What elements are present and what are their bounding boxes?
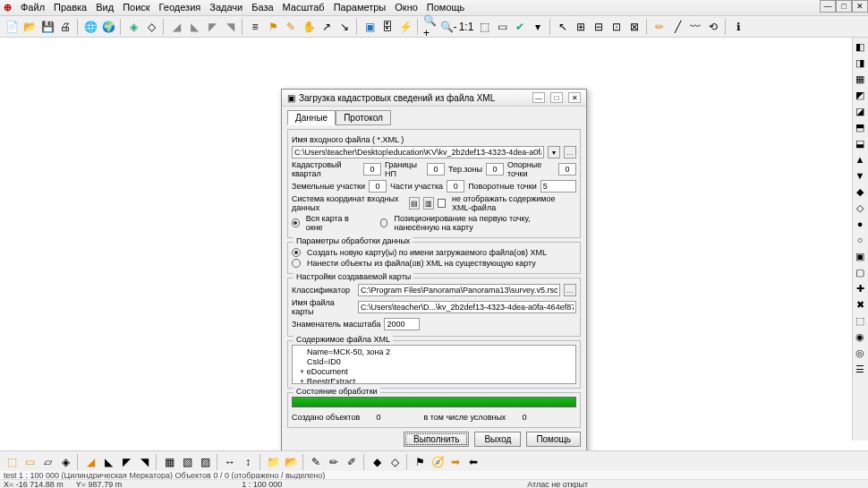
select-icon[interactable]: ⬚ [476,19,492,35]
bt8-icon[interactable]: ◥ [136,454,152,470]
min-btn[interactable]: — [820,0,836,13]
bt12-icon[interactable]: ↔ [222,454,238,470]
list-icon[interactable]: ≡ [247,19,263,35]
f5-v[interactable] [369,180,387,193]
menu-search[interactable]: Поиск [123,2,149,13]
bt1-icon[interactable]: ⬚ [4,454,20,470]
pencil-icon[interactable]: ✏ [651,19,668,35]
rt12-icon[interactable]: ● [853,217,867,231]
tool1-icon[interactable]: ◢ [168,19,184,35]
save-icon[interactable]: 💾 [39,19,55,35]
tree-item[interactable]: Name=МСК-50, зона 2 [296,347,572,357]
rt20-icon[interactable]: ◎ [853,346,867,360]
bt14-icon[interactable]: 📁 [265,454,281,470]
input-dropdown[interactable]: ▾ [548,146,560,158]
flag-icon[interactable]: ⚑ [265,19,281,35]
rot-icon[interactable]: ⟲ [705,19,721,35]
run-button[interactable]: Выполнить [404,432,469,447]
bt4-icon[interactable]: ◈ [57,454,73,470]
pen-icon[interactable]: ✎ [283,19,299,35]
bt6-icon[interactable]: ◣ [100,454,116,470]
globe2-icon[interactable]: 🌍 [100,19,116,35]
rt17-icon[interactable]: ✖ [853,297,867,312]
rt8-icon[interactable]: ▲ [853,152,867,167]
bt24-icon[interactable]: ⬅ [465,454,481,470]
rt19-icon[interactable]: ◉ [853,330,867,344]
rt7-icon[interactable]: ⬓ [853,136,867,150]
menu-tasks[interactable]: Задачи [209,2,243,13]
bt3-icon[interactable]: ▱ [39,454,55,470]
rt3-icon[interactable]: ▦ [853,72,867,86]
bt10-icon[interactable]: ▧ [179,454,195,470]
bt18-icon[interactable]: ✐ [344,454,360,470]
3d-icon[interactable]: ▣ [362,19,378,35]
rt18-icon[interactable]: ⬚ [853,313,867,328]
tree-item[interactable]: + ReestrExtract [296,377,572,384]
rt1-icon[interactable]: ◧ [853,39,867,54]
f6-v[interactable] [447,180,464,193]
tool2-icon[interactable]: ◣ [186,19,202,35]
f4-v[interactable] [558,163,576,176]
dd-icon[interactable]: ▾ [530,19,546,35]
scale-v[interactable] [384,318,420,330]
zoomin-icon[interactable]: 🔍+ [422,19,438,35]
exit-button[interactable]: Выход [474,432,521,447]
r-firstpoint[interactable] [380,218,388,227]
cls-browse[interactable]: … [564,284,576,296]
rt21-icon[interactable]: ☰ [853,362,867,376]
menu-scale[interactable]: Масштаб [283,2,325,13]
close-btn[interactable]: ✕ [852,0,868,13]
wd-icon[interactable]: ⊠ [626,19,642,35]
rt10-icon[interactable]: ◆ [853,184,867,199]
bt5-icon[interactable]: ◢ [82,454,98,470]
bt16-icon[interactable]: ✎ [308,454,324,470]
max-btn[interactable]: □ [836,0,852,13]
zoom11-icon[interactable]: 1:1 [458,19,474,35]
bt22-icon[interactable]: 🧭 [430,454,446,470]
layers-icon[interactable]: ◈ [125,19,141,35]
dialog-max[interactable]: □ [550,92,563,103]
tab-protocol[interactable]: Протокол [336,110,391,125]
f7-v[interactable] [540,180,576,193]
bt20-icon[interactable]: ◇ [387,454,403,470]
bt2-icon[interactable]: ▭ [21,454,38,470]
rect-icon[interactable]: ▭ [494,19,510,35]
layers2-icon[interactable]: ◇ [143,19,159,35]
rt4-icon[interactable]: ◩ [853,88,867,102]
bt19-icon[interactable]: ◆ [369,454,385,470]
input-browse[interactable]: … [564,146,576,158]
bt11-icon[interactable]: ▨ [197,454,213,470]
rt11-icon[interactable]: ◇ [853,201,867,215]
rt16-icon[interactable]: ✚ [853,281,867,295]
pr1[interactable] [292,248,301,257]
hand-icon[interactable]: ✋ [301,19,317,35]
menu-window[interactable]: Окно [395,2,418,13]
tab-data[interactable]: Данные [287,110,336,125]
arrow2-icon[interactable]: ↘ [336,19,353,35]
check-icon[interactable]: ✔ [512,19,528,35]
wa-icon[interactable]: ⊞ [573,19,589,35]
zoomout-icon[interactable]: 🔍- [440,19,456,35]
open-icon[interactable]: 📂 [21,19,38,35]
rt13-icon[interactable]: ○ [853,233,867,247]
bt13-icon[interactable]: ↕ [240,454,256,470]
menu-params[interactable]: Параметры [334,2,387,13]
menu-base[interactable]: База [251,2,273,13]
dialog-min[interactable]: — [532,92,545,103]
tree-item[interactable]: + eDocument [296,367,572,377]
rt2-icon[interactable]: ◨ [853,56,867,70]
menu-edit[interactable]: Правка [54,2,87,13]
bt17-icon[interactable]: ✏ [326,454,342,470]
xml-tree[interactable]: Name=МСК-50, зона 2 CsId=ID0 + eDocument… [292,345,576,384]
cls-path[interactable] [358,284,560,296]
tree-item[interactable]: CsId=ID0 [296,357,572,367]
pointer-icon[interactable]: ↖ [555,19,571,35]
rt15-icon[interactable]: ▢ [853,265,867,279]
globe-icon[interactable]: 🌐 [82,19,98,35]
crs-btn2[interactable]: ▥ [423,197,434,210]
wave-icon[interactable]: 〰 [687,19,703,35]
menu-help[interactable]: Помощь [427,2,465,13]
wb-icon[interactable]: ⊟ [591,19,607,35]
menu-file[interactable]: Файл [21,2,45,13]
line-icon[interactable]: ╱ [669,19,685,35]
